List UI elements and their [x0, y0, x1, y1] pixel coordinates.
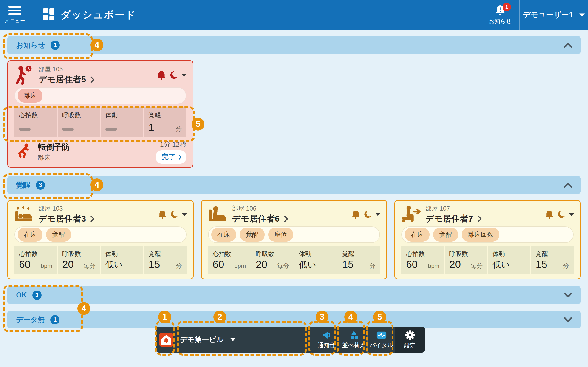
sort-button[interactable]: 並べ替え: [340, 327, 368, 352]
chevron-right-icon: [179, 155, 182, 160]
chevron-right-icon: [90, 216, 95, 222]
vitals-unit: 分: [369, 262, 375, 270]
vitals-value: 15: [149, 259, 160, 270]
resident-link[interactable]: デモ居住者3: [38, 213, 95, 225]
resident-card-106: 部屋 106 デモ居住者6 在床 覚醒 座位: [201, 200, 387, 279]
vitals-cell-movement: 体動 低い: [101, 246, 143, 274]
notification-sound-button[interactable]: 通知音: [313, 327, 340, 352]
resident-name: デモ居住者3: [38, 213, 86, 225]
alert-card: 部屋 105 デモ居住者5 離床 心拍数: [7, 60, 193, 168]
section-title: データ無: [16, 315, 45, 325]
bell-icon: [352, 210, 360, 219]
card-alert-settings[interactable]: [545, 210, 575, 219]
moon-icon: [363, 210, 372, 219]
vitals-cell-respiration: 呼吸数 20毎分: [251, 246, 294, 274]
vitals-button[interactable]: バイタル: [368, 327, 395, 352]
menu-label: メニュー: [5, 18, 25, 24]
resident-link[interactable]: デモ居住者7: [425, 213, 481, 225]
card-alert-settings[interactable]: [352, 210, 382, 219]
vitals-cell-respiration: 呼吸数 20毎分: [445, 246, 487, 274]
card-alert-settings[interactable]: [157, 71, 188, 80]
vitals-label: 呼吸数: [256, 250, 289, 258]
vitals-unit: 毎分: [471, 262, 483, 270]
chevron-down-icon: [569, 213, 574, 216]
home-button[interactable]: [156, 327, 177, 352]
bed-awake-icon: [13, 203, 36, 226]
speaker-icon: [321, 331, 332, 340]
vitals-label: 体動: [299, 250, 332, 258]
vitals-value: 15: [536, 259, 547, 270]
app-header: メニュー ダッシュボード 1 お知らせ: [0, 0, 588, 30]
user-menu[interactable]: デモユーザー1: [519, 0, 588, 30]
status-tags: 在床 覚醒 座位: [208, 226, 380, 243]
event-right: 1分 12秒 完了: [156, 140, 186, 164]
hamburger-icon: [9, 6, 21, 15]
room-number: 部屋 107: [425, 204, 481, 213]
vitals-unit: 毎分: [277, 262, 289, 270]
section-bar-ok[interactable]: OK 3: [7, 286, 581, 304]
menu-button[interactable]: メニュー: [0, 0, 30, 30]
vitals-value: 60: [406, 259, 418, 270]
chevron-down-icon: [564, 293, 572, 298]
notification-sound-label: 通知音: [318, 341, 335, 349]
vitals-label: 覚醒: [342, 250, 375, 258]
sort-label: 並べ替え: [342, 341, 365, 349]
section-bar-notice[interactable]: お知らせ 1: [7, 36, 581, 54]
status-tag: 座位: [268, 228, 293, 242]
card-head-info: 部屋 105 デモ居住者5: [38, 65, 95, 85]
vitals-grid: 心拍数 呼吸数 体動 覚醒 1分: [15, 107, 186, 137]
resident-card-103: 部屋 103 デモ居住者3 在床 覚醒: [7, 200, 194, 279]
vitals-value: 低い: [105, 259, 123, 270]
card-alert-settings[interactable]: [158, 210, 188, 219]
chevron-down-icon: [579, 13, 585, 17]
main-content: お知らせ 1: [0, 36, 588, 328]
settings-button[interactable]: 設定: [395, 327, 425, 352]
building-selector[interactable]: デモ第一ビル: [177, 327, 313, 352]
chevron-up-icon: [564, 183, 572, 188]
moon-icon: [170, 210, 178, 219]
dashboard-page: メニュー ダッシュボード 1 お知らせ: [0, 0, 588, 367]
moon-icon: [557, 210, 565, 219]
vitals-label: 心拍数: [406, 250, 439, 258]
vitals-label: 呼吸数: [62, 250, 95, 258]
status-tags: 在床 覚醒: [15, 226, 187, 243]
notification-badge: 1: [502, 3, 511, 11]
vitals-unit: 分: [176, 125, 182, 133]
shapes-icon: [349, 331, 359, 340]
status-tag: 覚醒: [240, 228, 265, 242]
bottom-toolbar: デモ第一ビル 通知音 並べ替え バイタル: [156, 327, 425, 352]
section-badge: 3: [32, 291, 42, 300]
brand: ダッシュボード: [43, 0, 136, 30]
event-title: 転倒予防: [38, 142, 70, 152]
done-button[interactable]: 完了: [156, 150, 186, 164]
vitals-label: 心拍数: [213, 250, 246, 258]
vitals-cell-heart-rate: 心拍数 60bpm: [208, 246, 251, 274]
vitals-label: 体動: [105, 111, 139, 119]
chevron-down-icon: [375, 213, 380, 216]
status-tag: 覚醒: [46, 228, 71, 242]
chevron-right-icon: [90, 76, 95, 83]
home-bell-icon: [159, 333, 173, 347]
vitals-label: 覚醒: [536, 250, 569, 258]
section-bar-nodata[interactable]: データ無 1: [7, 311, 581, 328]
event-elapsed: 1分 12秒: [160, 140, 186, 149]
vitals-value: 20: [62, 259, 74, 270]
vitals-monitor-icon: [376, 331, 387, 340]
vitals-cell-awake-minutes: 覚醒 15分: [531, 246, 573, 274]
vitals-grid: 心拍数 60bpm 呼吸数 20毎分 体動 低い 覚醒 15分: [208, 246, 380, 274]
vitals-label: バイタル: [370, 341, 393, 349]
section-bar-awake[interactable]: 覚醒 3: [7, 176, 581, 194]
resident-link[interactable]: デモ居住者6: [232, 213, 288, 225]
vitals-value: 低い: [299, 259, 316, 270]
status-tag: 在床: [211, 228, 236, 242]
done-label: 完了: [162, 152, 175, 162]
resident-link[interactable]: デモ居住者5: [38, 74, 95, 85]
notifications-button[interactable]: 1 お知らせ: [481, 0, 519, 30]
section-badge: 3: [36, 181, 45, 190]
status-tags: 離床: [15, 87, 186, 104]
section-title: 覚醒: [16, 180, 30, 190]
settings-label: 設定: [404, 342, 416, 349]
status-tag: 離床: [18, 89, 43, 102]
status-tag: 覚醒: [433, 228, 458, 242]
event-info: 転倒予防 離床: [38, 142, 70, 162]
